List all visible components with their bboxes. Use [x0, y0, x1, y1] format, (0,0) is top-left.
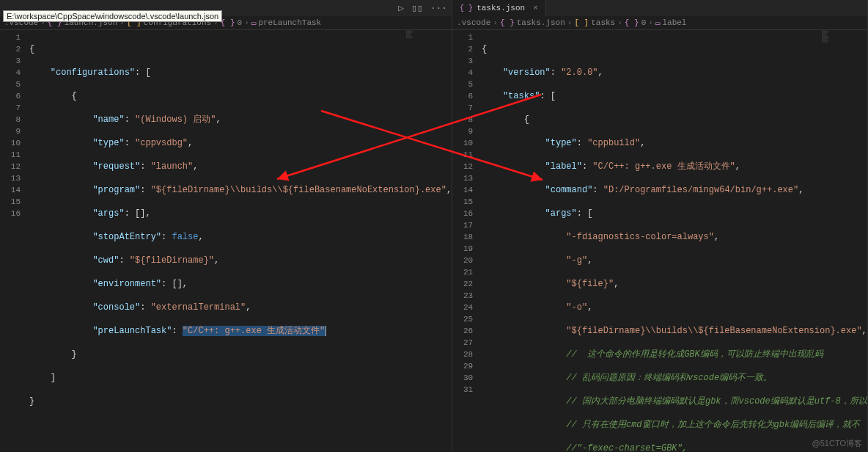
- left-editor-pane: E:\workspace\CppSpace\windowscode\.vscod…: [0, 0, 452, 452]
- array-icon: [ ]: [574, 18, 589, 27]
- string-icon: ▭: [655, 18, 661, 28]
- left-code-lines[interactable]: { "configurations": [ { "name": "(Window…: [29, 30, 452, 452]
- right-tabs: { } tasks.json ×: [452, 0, 867, 16]
- more-icon[interactable]: ···: [430, 3, 447, 14]
- breadcrumb-key[interactable]: label: [662, 18, 686, 27]
- right-code-lines[interactable]: { "version": "2.0.0", "tasks": [ { "type…: [482, 30, 867, 452]
- split-editor-icon[interactable]: ▯▯: [411, 2, 423, 14]
- path-tooltip: E:\workspace\CppSpace\windowscode\.vscod…: [3, 10, 222, 22]
- tab-label: tasks.json: [477, 4, 525, 12]
- left-gutter: 12345678910111213141516: [0, 30, 29, 452]
- object-icon: { }: [221, 18, 235, 27]
- right-editor-pane: { } tasks.json × .vscode › { } tasks.jso…: [452, 0, 868, 452]
- breadcrumb-object[interactable]: 0: [238, 18, 243, 27]
- left-code[interactable]: 12345678910111213141516 { "configuration…: [0, 30, 452, 452]
- breadcrumb-key[interactable]: preLaunchTask: [258, 18, 321, 27]
- right-gutter: 1234567891011121314151617181920212223242…: [452, 30, 482, 452]
- run-icon[interactable]: ▷: [398, 2, 404, 14]
- tab-tasks-json[interactable]: { } tasks.json ×: [452, 0, 546, 16]
- watermark: @51CTO博客: [812, 438, 862, 449]
- breadcrumb-file[interactable]: tasks.json: [517, 18, 565, 27]
- breadcrumb-object[interactable]: 0: [641, 18, 647, 27]
- string-icon: ▭: [251, 18, 257, 28]
- breadcrumb-folder[interactable]: .vscode: [457, 18, 490, 27]
- object-icon: { }: [625, 18, 639, 27]
- right-code[interactable]: 1234567891011121314151617181920212223242…: [452, 30, 867, 452]
- left-tabs: E:\workspace\CppSpace\windowscode\.vscod…: [0, 0, 452, 16]
- editor-split: E:\workspace\CppSpace\windowscode\.vscod…: [0, 0, 868, 452]
- close-icon[interactable]: ×: [533, 4, 538, 12]
- json-icon: { }: [500, 18, 515, 27]
- json-icon: { }: [460, 4, 473, 12]
- breadcrumb-array[interactable]: tasks: [591, 18, 615, 27]
- left-toolbar: ▷ ▯▯ ···: [398, 0, 447, 16]
- right-breadcrumbs[interactable]: .vscode › { } tasks.json › [ ] tasks › {…: [452, 16, 867, 30]
